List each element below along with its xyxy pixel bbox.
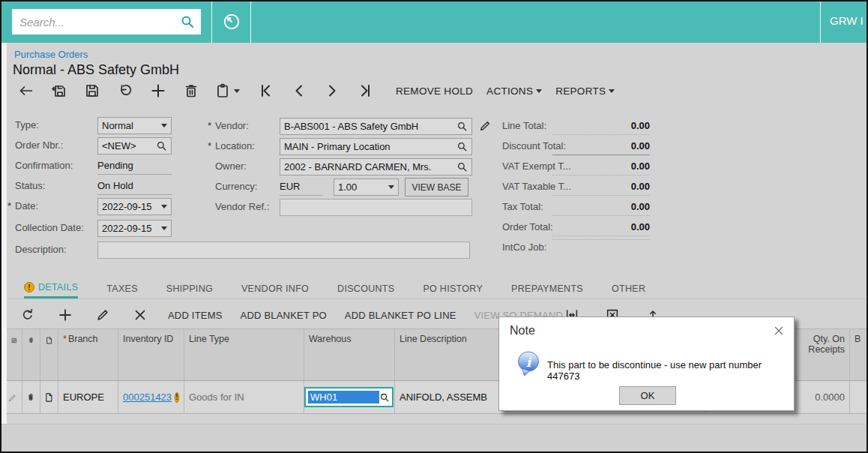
dialog-title: Note (510, 324, 535, 338)
tab-discounts[interactable]: DISCOUNTS (337, 278, 394, 298)
row-attachment-paperclip-icon[interactable] (22, 381, 40, 413)
grid-toolbar: ADD ITEMS ADD BLANKET PO ADD BLANKET PO … (18, 304, 563, 326)
actions-menu-button[interactable]: ACTIONS (486, 86, 542, 97)
grid-refresh-icon[interactable] (18, 305, 37, 325)
undo-icon[interactable] (115, 81, 135, 100)
add-blanket-po-line-button[interactable]: ADD BLANKET PO LINE (345, 310, 456, 321)
view-base-button[interactable]: VIEW BASE (405, 178, 468, 196)
lookup-magnifier-icon[interactable] (456, 141, 468, 152)
collection-date-picker[interactable]: 2022-09-15 (97, 220, 172, 237)
status-label: Status: (15, 178, 45, 194)
location-lookup[interactable]: MAIN - Primary Location (280, 138, 472, 155)
vendor-lookup[interactable]: B-ABS001 - ABS Safety GmbH (280, 118, 472, 135)
notes-column-icon[interactable] (7, 329, 22, 380)
currency-rate-dropdown[interactable]: 1.00 (334, 178, 399, 196)
cell-inventory-id[interactable]: 000251423 ! (118, 381, 184, 413)
business-date-clock-icon[interactable] (222, 12, 241, 32)
collection-date-label: Collection Date: (15, 220, 84, 236)
tabs-divider (7, 298, 867, 299)
page-title: Normal - ABS Safety GmbH (13, 62, 179, 78)
tab-taxes[interactable]: TAXES (106, 278, 138, 298)
reports-menu-button[interactable]: REPORTS (555, 86, 615, 97)
dialog-close-icon[interactable] (773, 325, 785, 337)
grid-delete-row-icon[interactable] (130, 305, 150, 325)
tab-vendor-info[interactable]: VENDOR INFO (241, 278, 309, 298)
location-label: Location: (215, 138, 255, 154)
vendor-ref-label: Vendor Ref.: (215, 199, 269, 215)
go-next-icon[interactable] (322, 81, 342, 100)
lookup-magnifier-icon[interactable] (456, 161, 468, 172)
column-header-b[interactable]: B (850, 329, 867, 380)
go-last-icon[interactable] (355, 81, 375, 100)
chevron-down-icon (536, 89, 542, 93)
go-previous-icon[interactable] (289, 81, 309, 100)
lookup-magnifier-icon[interactable] (379, 392, 390, 403)
grid-add-row-icon[interactable] (55, 305, 75, 325)
go-first-icon[interactable] (256, 81, 276, 100)
column-header-line-type[interactable]: Line Type (184, 329, 304, 380)
tab-prepayments[interactable]: PREPAYMENTS (511, 278, 583, 298)
sidebar-collapsed-strip (1, 43, 7, 453)
attachments-column-icon[interactable] (22, 329, 40, 380)
tab-po-history[interactable]: PO HISTORY (423, 278, 483, 298)
vat-exempt-value: 0.00 (552, 158, 650, 176)
type-label: Type: (15, 117, 39, 134)
delete-record-icon[interactable] (181, 81, 201, 100)
confirmation-value: Pending (97, 158, 172, 175)
add-items-button[interactable]: ADD ITEMS (168, 310, 223, 321)
column-header-branch[interactable]: *Branch (58, 329, 118, 380)
currency-code[interactable]: EUR (280, 178, 323, 196)
date-label: Date: (15, 198, 38, 214)
column-header-warehouse[interactable]: Warehous (304, 329, 395, 380)
copy-paste-menu[interactable] (214, 82, 243, 99)
inventory-id-link[interactable]: 000251423 (123, 392, 172, 403)
record-toolbar: REMOVE HOLD ACTIONS REPORTS (16, 80, 615, 102)
vendor-ref-input[interactable] (280, 199, 472, 216)
ok-button[interactable]: OK (619, 386, 676, 405)
purchase-orders-screen: GRW I Purchase Orders Normal - ABS Safet… (0, 0, 868, 453)
top-bar: GRW I (1, 2, 867, 43)
topbar-divider (250, 2, 251, 43)
lookup-magnifier-icon[interactable] (456, 121, 468, 132)
warehouse-editor[interactable]: WH01 (304, 387, 394, 407)
cell-line-type[interactable]: Goods for IN (184, 381, 304, 413)
description-input[interactable] (97, 242, 470, 259)
warehouse-selected-text: WH01 (308, 391, 379, 404)
breadcrumb[interactable]: Purchase Orders (14, 49, 88, 60)
add-blanket-po-button[interactable]: ADD BLANKET PO (241, 310, 327, 321)
save-close-icon[interactable] (49, 81, 69, 100)
order-total-value: 0.00 (552, 219, 650, 236)
cell-warehouse[interactable]: WH01 (304, 381, 395, 413)
search-icon[interactable] (180, 14, 195, 29)
edit-vendor-pencil-icon[interactable] (478, 119, 492, 133)
tab-shipping[interactable]: SHIPPING (166, 278, 213, 298)
tenant-label[interactable]: GRW I (830, 14, 864, 27)
currency-label: Currency: (215, 178, 257, 195)
add-record-icon[interactable] (148, 81, 168, 100)
document-column-icon[interactable] (40, 329, 58, 380)
tab-details[interactable]: ! DETAILS (24, 278, 78, 298)
footer-bar (1, 424, 867, 452)
grid-edit-row-icon[interactable] (93, 305, 112, 325)
cell-b[interactable] (850, 381, 867, 413)
back-icon[interactable] (16, 81, 36, 100)
warning-icon: ! (24, 282, 34, 292)
search-box[interactable] (12, 9, 201, 34)
search-input[interactable] (18, 15, 180, 29)
tab-other[interactable]: OTHER (612, 278, 645, 298)
order-nbr-lookup[interactable]: <NEW> (97, 137, 172, 154)
info-icon: i (516, 350, 543, 377)
date-picker[interactable]: 2022-09-15 (97, 198, 172, 215)
save-icon[interactable] (82, 81, 102, 100)
chevron-down-icon (234, 89, 240, 93)
type-dropdown[interactable]: Normal (97, 117, 172, 134)
remove-hold-button[interactable]: REMOVE HOLD (396, 86, 473, 97)
cell-branch[interactable]: EUROPE (58, 381, 118, 413)
row-note-doc-icon[interactable] (40, 381, 58, 413)
owner-label: Owner: (215, 158, 247, 175)
owner-lookup[interactable]: 2002 - BARNARD CARMEN, Mrs. (280, 158, 472, 176)
topbar-divider (211, 2, 212, 43)
chevron-down-icon (161, 226, 167, 230)
lookup-magnifier-icon[interactable] (156, 140, 167, 152)
column-header-inventory-id[interactable]: Inventory ID (118, 329, 184, 380)
